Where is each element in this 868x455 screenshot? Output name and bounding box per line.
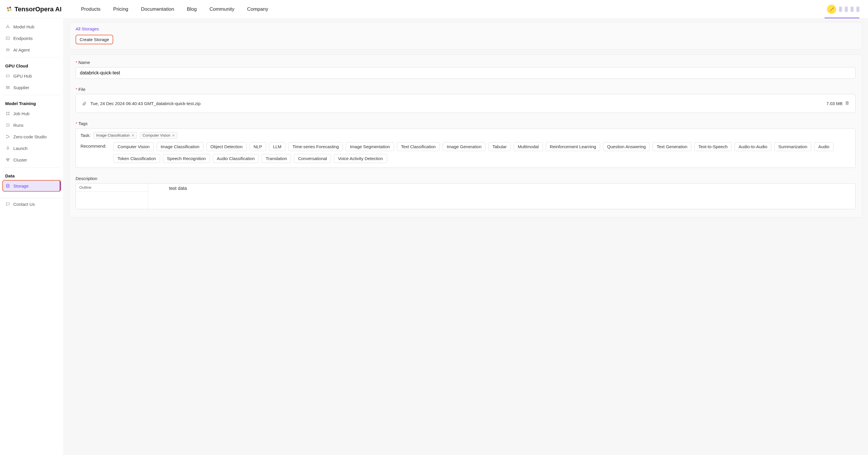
nav-documentation[interactable]: Documentation (141, 6, 174, 12)
nav-blog[interactable]: Blog (187, 6, 196, 12)
task-row: Task: Image Classification ✕ Computer Vi… (81, 132, 850, 139)
sidebar-item-contact[interactable]: Contact Us (0, 198, 63, 210)
recommend-chip[interactable]: Object Detection (207, 142, 247, 151)
recommend-chip[interactable]: Translation (262, 154, 291, 163)
layout: Model Hub Endpoints AI Agent GPU Cloud G… (0, 19, 868, 455)
hub-icon (5, 24, 10, 29)
sidebar-item-endpoints[interactable]: Endpoints (0, 32, 63, 44)
top-nav: Products Pricing Documentation Blog Comm… (81, 6, 268, 12)
recommend-chip[interactable]: Question Answering (603, 142, 650, 151)
agent-icon (5, 47, 10, 53)
sidebar-header-training: Model Training (0, 97, 63, 108)
remove-tag-button[interactable]: ✕ (131, 133, 134, 137)
recommend-chip[interactable]: Text Classification (397, 142, 440, 151)
recommend-chip[interactable]: NLP (250, 142, 266, 151)
nav-community[interactable]: Community (209, 6, 234, 12)
recommend-chip[interactable]: Tabular (489, 142, 511, 151)
spacer (0, 192, 63, 196)
file-size: 7.03 MB (826, 101, 842, 106)
sidebar-item-job-hub[interactable]: Job Hub (0, 108, 63, 119)
svg-rect-12 (6, 86, 9, 87)
divider (4, 57, 59, 58)
breadcrumb-card: All Storages Create Storage (69, 22, 862, 50)
nav-pricing[interactable]: Pricing (113, 6, 128, 12)
recommend-chip[interactable]: Token Classification (114, 154, 160, 163)
studio-icon (5, 134, 10, 139)
sidebar-item-ai-agent[interactable]: AI Agent (0, 44, 63, 56)
tags-label-row: *Tags (75, 121, 856, 126)
selected-tag-label: Computer Vision (143, 133, 170, 137)
name-label-row: *Name (75, 60, 856, 65)
breadcrumb-all-storages[interactable]: All Storages (75, 26, 856, 31)
recommend-chip[interactable]: Computer Vision (114, 142, 154, 151)
remove-tag-button[interactable]: ✕ (172, 133, 175, 137)
svg-point-1 (9, 6, 11, 8)
recommend-chip[interactable]: Audio Classification (213, 154, 259, 163)
recommend-chip[interactable]: Conversational (294, 154, 331, 163)
active-underline (825, 18, 859, 18)
recommend-chip[interactable]: Image Classification (157, 142, 204, 151)
outline-pane: Outline (76, 184, 148, 209)
nav-products[interactable]: Products (81, 6, 100, 12)
required-indicator: * (75, 87, 77, 92)
file-label: File (79, 87, 85, 92)
recommend-chip[interactable]: Image Segmentation (346, 142, 394, 151)
supplier-icon (5, 85, 10, 90)
svg-point-14 (6, 112, 7, 113)
recommend-chip[interactable]: Speech Recognition (163, 154, 210, 163)
cluster-icon (5, 157, 10, 162)
sidebar-item-supplier[interactable]: Supplier (0, 82, 63, 93)
selected-tag-label: Image Classification (96, 133, 130, 137)
svg-point-20 (9, 136, 9, 137)
recommend-row: Recommend: Computer VisionImage Classifi… (81, 142, 850, 163)
sidebar-item-label: Cluster (13, 158, 27, 162)
create-storage-button[interactable]: Create Storage (75, 35, 113, 44)
recommend-chips: Computer VisionImage ClassificationObjec… (114, 142, 850, 163)
sidebar-item-label: Supplier (13, 85, 29, 90)
job-icon (5, 111, 10, 116)
description-box: Outline test data (75, 183, 856, 209)
sidebar-header-gpu: GPU Cloud (0, 59, 63, 70)
svg-point-6 (9, 27, 9, 28)
header-right (827, 5, 862, 14)
recommend-chip[interactable]: Time-series Forecasting (288, 142, 343, 151)
sidebar-item-launch[interactable]: Launch (0, 142, 63, 154)
recommend-chip[interactable]: Image Generation (443, 142, 486, 151)
sidebar-item-zero-code[interactable]: Zero-code Studio (0, 131, 63, 142)
sidebar-item-model-hub[interactable]: Model Hub (0, 21, 63, 32)
svg-rect-24 (7, 160, 8, 161)
main: All Storages Create Storage *Name *File (64, 19, 868, 455)
sidebar-item-cluster[interactable]: Cluster (0, 154, 63, 166)
recommend-chip[interactable]: Reinforcement Learning (546, 142, 600, 151)
runs-icon (5, 123, 10, 128)
sidebar-item-runs[interactable]: Runs (0, 119, 63, 131)
recommend-chip[interactable]: Text Generation (653, 142, 691, 151)
recommend-chip[interactable]: Text-to-Speech (694, 142, 732, 151)
svg-rect-11 (6, 75, 9, 77)
recommend-label: Recommend: (81, 142, 110, 149)
svg-point-15 (9, 112, 9, 113)
recommend-chip[interactable]: Multimodal (514, 142, 543, 151)
avatar[interactable] (827, 5, 836, 14)
delete-file-button[interactable] (845, 101, 849, 106)
required-indicator: * (75, 60, 77, 65)
recommend-chip[interactable]: Audio-to-Audio (735, 142, 771, 151)
nav-company[interactable]: Company (247, 6, 268, 12)
file-label-row: *File (75, 87, 856, 92)
sidebar-item-label: Job Hub (13, 111, 30, 116)
paperclip-icon (82, 101, 87, 106)
required-indicator: * (75, 121, 77, 126)
recommend-chip[interactable]: LLM (269, 142, 285, 151)
name-input[interactable] (75, 67, 856, 79)
recommend-chip[interactable]: Audio (814, 142, 833, 151)
recommend-chip[interactable]: Summarization (774, 142, 811, 151)
sidebar-item-gpu-hub[interactable]: GPU Hub (0, 70, 63, 82)
recommend-chip[interactable]: Voice Activity Detection (334, 154, 387, 163)
terminal-icon (5, 36, 10, 41)
sidebar-item-storage[interactable]: Storage (3, 181, 61, 191)
logo[interactable]: TensorOpera AI (6, 5, 81, 13)
chat-icon (5, 201, 10, 207)
description-editor[interactable]: test data (148, 184, 855, 209)
sidebar-header-data: Data (0, 169, 63, 180)
svg-point-25 (6, 184, 9, 185)
